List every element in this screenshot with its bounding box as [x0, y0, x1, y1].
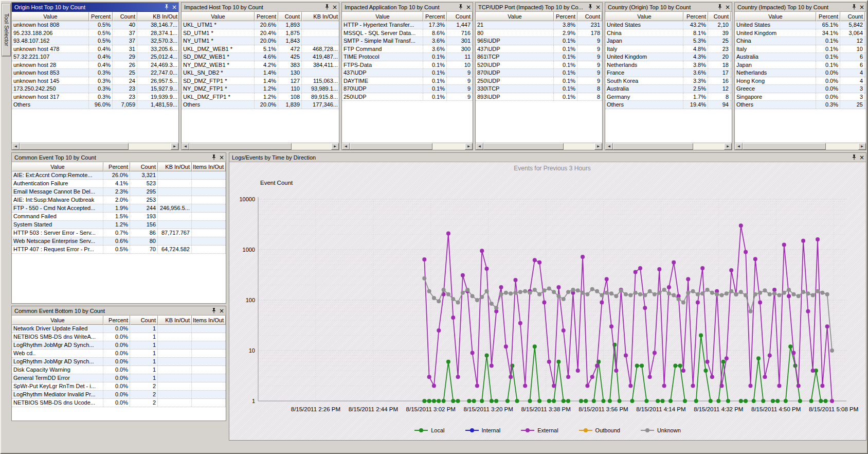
table-row[interactable]: Authentication Failure4.1%523 [12, 180, 226, 188]
close-icon[interactable]: × [219, 155, 224, 160]
close-icon[interactable]: × [725, 5, 730, 10]
scrollbar-track[interactable] [350, 143, 465, 150]
horizontal-scrollbar[interactable]: ◀▶ [342, 143, 473, 150]
scrollbar-track[interactable] [743, 143, 858, 150]
table-row[interactable]: United Kingdom34.1%3,064 [735, 29, 866, 38]
table-row[interactable]: Command Failed1.5%193 [12, 213, 226, 221]
column-header[interactable]: Value [735, 12, 816, 21]
table-row[interactable]: 173.250.242.2500.3%2315,927.9... [12, 85, 178, 93]
panel-titlebar[interactable]: Logs/Events by Time by Direction × [229, 153, 866, 162]
table-row[interactable]: China8.1%39 [605, 29, 732, 38]
table-row[interactable]: 520\UDP0.1%9 [476, 61, 602, 69]
table-row[interactable]: UKL_SN_DB2 *1.4%130 [182, 69, 339, 77]
table-row[interactable]: HTTP 407 : Request Error - Pr...0.5%7064… [12, 246, 226, 254]
column-header[interactable]: Count [130, 162, 158, 171]
scrollbar-track[interactable] [483, 143, 594, 150]
horizontal-scrollbar[interactable]: ◀▶ [735, 143, 866, 150]
table-row[interactable]: Email Message Cannot Be Del...2.3%295 [12, 188, 226, 196]
table-row[interactable]: Greece0.0%3 [735, 85, 866, 93]
scroll-left-button[interactable]: ◀ [12, 143, 20, 150]
scrollbar-track[interactable] [613, 143, 724, 150]
pin-icon[interactable] [852, 4, 857, 10]
scrollbar-thumb[interactable] [350, 143, 432, 150]
table-row[interactable]: System Started1.2%156 [12, 221, 226, 229]
scroll-left-button[interactable]: ◀ [476, 143, 483, 150]
table-row[interactable]: FTPS-Data0.1%10 [342, 61, 473, 69]
table-row[interactable]: LogRhythm Mediator Invalid Pr...0.0%2 [12, 391, 226, 399]
column-header[interactable]: Items In/Out [192, 162, 226, 171]
table-row[interactable]: Others20.0%1,839177,346... [182, 101, 339, 109]
pin-icon[interactable] [458, 4, 463, 10]
horizontal-scrollbar[interactable]: ◀▶ [12, 143, 178, 150]
panel-titlebar[interactable]: Origin Host Top 10 by Count × [12, 3, 178, 12]
column-header[interactable]: Percent [89, 12, 113, 21]
table-row[interactable]: Others96.0%7,0591,481,59... [12, 101, 178, 109]
pin-icon[interactable] [717, 4, 722, 10]
column-header[interactable]: Value [342, 12, 423, 21]
pin-icon[interactable] [164, 4, 169, 10]
table-row[interactable]: United Kingdom4.3%20 [605, 53, 732, 61]
scrollbar-thumb[interactable] [189, 143, 292, 150]
scroll-right-button[interactable]: ▶ [465, 143, 473, 150]
panel-titlebar[interactable]: Common Event Bottom 10 by Count × [12, 306, 226, 316]
table-row[interactable]: SpWr-Put KeyLgr RnTm Det - i...0.0%2 [12, 382, 226, 391]
table-row[interactable]: SD_UTM1 *20.4%1,875 [182, 29, 339, 38]
table-row[interactable]: LogRhythm JobMgr AD Synch...0.0%1 [12, 358, 226, 366]
table-row[interactable]: MSSQL - SQL Server Data...8.6%716 [342, 29, 473, 38]
table-row[interactable]: Netherlands0.0%4 [735, 69, 866, 77]
table-row[interactable]: SD_DMZ_FTP1 *1.4%127115,063... [182, 77, 339, 85]
table-row[interactable]: Singapore0.0%3 [735, 93, 866, 101]
table-row[interactable]: Web Netscape Enterprise Serv...0.6%80 [12, 237, 226, 246]
table-row[interactable]: 250\UDP0.1%9 [476, 77, 602, 85]
table-row[interactable]: NY_DMZ_FTP1 *1.2%11093,989.1... [182, 85, 339, 93]
table-row[interactable]: FTP Command3.6%300 [342, 45, 473, 54]
table-row[interactable]: Others0.3%25 [735, 101, 866, 109]
table-row[interactable]: NY_DMZ_WEB1 *4.2%383384,411... [182, 61, 339, 69]
table-row[interactable]: 870\UDP0.1%9 [342, 85, 473, 93]
pin-icon[interactable] [588, 4, 593, 10]
panel-titlebar[interactable]: Common Event Top 10 by Count × [12, 153, 226, 162]
table-row[interactable]: Web cd..0.0%1 [12, 350, 226, 358]
scroll-left-button[interactable]: ◀ [605, 143, 613, 150]
scroll-right-button[interactable]: ▶ [724, 143, 732, 150]
table-row[interactable]: 250\UDP0.1%9 [342, 93, 473, 101]
column-header[interactable]: KB In/Out [137, 12, 178, 21]
column-header[interactable]: Count [278, 12, 302, 21]
table-row[interactable]: United States65.1%5,842 [735, 21, 866, 29]
column-header[interactable]: Percent [103, 316, 130, 325]
close-icon[interactable]: × [172, 5, 177, 10]
scroll-right-button[interactable]: ▶ [331, 143, 339, 150]
table-row[interactable]: HTTP - Hypertext Transfer...17.3%1,447 [342, 21, 473, 29]
table-row[interactable]: Disk Capacity Warning0.0%1 [12, 366, 226, 374]
table-row[interactable]: 213.8%231 [476, 21, 602, 29]
column-header[interactable]: Percent [683, 12, 708, 21]
scrollbar-track[interactable] [20, 143, 171, 150]
table-row[interactable]: Hong Kong0.0%4 [735, 77, 866, 85]
table-row[interactable]: Netherlands3.8%18 [605, 61, 732, 69]
table-row[interactable]: NY_UTM1 *20.0%1,843 [182, 37, 339, 45]
table-row[interactable]: unknown host 4780.4%3133,205.6... [12, 45, 178, 54]
column-header[interactable]: Value [476, 12, 554, 21]
scroll-left-button[interactable]: ◀ [735, 143, 743, 150]
panel-titlebar[interactable]: Country (Origin) Top 10 by Count × [605, 3, 732, 12]
table-row[interactable]: 95.233.188.2060.5%3728,374.1... [12, 29, 178, 38]
scrollbar-thumb[interactable] [743, 143, 826, 150]
column-header[interactable]: Value [12, 12, 89, 21]
legend-item-local[interactable]: Local [414, 427, 444, 433]
table-row[interactable]: 437\UDP0.1%9 [476, 45, 602, 54]
table-row[interactable]: Others19.4%94 [605, 101, 732, 109]
table-row[interactable]: South Korea3.3%16 [605, 77, 732, 85]
table-row[interactable]: HTTP 503 : Server Error - Serv...0.7%868… [12, 229, 226, 237]
legend-item-outbound[interactable]: Outbound [579, 427, 620, 433]
column-header[interactable]: Value [12, 316, 103, 325]
table-row[interactable]: SD_DMZ_WEB1 *4.6%425419,487... [182, 53, 339, 61]
table-row[interactable]: 437\UDP0.1%9 [342, 69, 473, 77]
column-header[interactable]: Count [130, 316, 158, 325]
column-header[interactable]: Count [447, 12, 473, 21]
table-row[interactable]: Australia2.5%12 [605, 85, 732, 93]
column-header[interactable]: KB In/Out [302, 12, 339, 21]
table-row[interactable]: 870\UDP0.1%9 [476, 69, 602, 77]
pin-icon[interactable] [324, 4, 330, 10]
column-header[interactable]: KB In/Out [158, 162, 192, 171]
close-icon[interactable]: × [859, 155, 864, 160]
